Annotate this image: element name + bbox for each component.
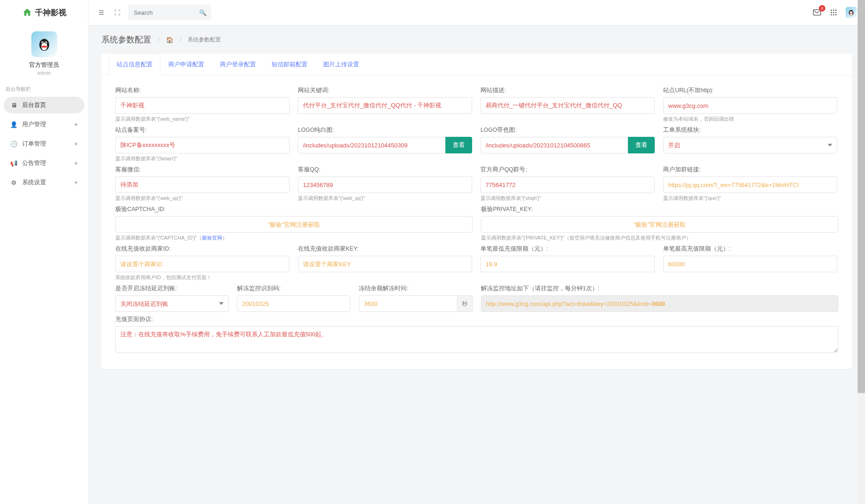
tab-site-info[interactable]: 站点信息配置 xyxy=(109,53,160,76)
nav-label: 后台首页 xyxy=(22,101,46,109)
view-logo-color-button[interactable]: 查看 xyxy=(628,137,655,153)
input-max-recharge[interactable] xyxy=(663,256,837,272)
input-private-key[interactable] xyxy=(481,216,838,233)
nav-settings[interactable]: ⚙ 系统设置 + xyxy=(4,174,84,191)
svg-point-19 xyxy=(850,11,851,12)
menu-toggle-icon[interactable]: ☰ xyxy=(97,8,106,17)
label-recharge-agreement: 充值页面协议: xyxy=(115,316,838,323)
mail-badge: 0 xyxy=(819,5,825,12)
thaw-url-box: http://www.g3cg.com/api.php?act=thaw&key… xyxy=(481,295,838,312)
svg-point-20 xyxy=(852,11,853,12)
tab-image-upload[interactable]: 图片上传设置 xyxy=(315,53,367,76)
label-merchant-key: 在线充值收款商家KEY: xyxy=(298,245,472,253)
hint-beian: 显示调用数据库表"{'beian'}" xyxy=(115,155,290,162)
tab-merchant-apply[interactable]: 商户申请配置 xyxy=(160,53,212,76)
sidebar: 千神影视 官方管理员 admin 后台导航栏 🖥 后台首页 👤 用户管理 + 🕒… xyxy=(0,0,89,504)
house-icon xyxy=(22,7,32,18)
view-logo-white-button[interactable]: 查看 xyxy=(445,137,472,153)
label-logo-white: LOGO纯白图: xyxy=(298,126,472,134)
settings-card: 站点信息配置 商户申请配置 商户登录配置 短信邮箱配置 图片上传设置 网站名称:… xyxy=(101,53,852,369)
label-cs-wechat: 客服微信: xyxy=(115,166,290,174)
input-join-link[interactable] xyxy=(663,176,837,193)
svg-point-14 xyxy=(831,14,832,16)
input-merchant-key[interactable] xyxy=(298,256,472,272)
input-cs-qq[interactable] xyxy=(298,176,472,193)
input-captcha-id[interactable] xyxy=(115,216,473,233)
svg-point-11 xyxy=(831,12,832,13)
input-beian[interactable] xyxy=(115,137,290,153)
search-input[interactable] xyxy=(128,5,211,20)
select-ticket-module[interactable]: 开启 xyxy=(663,137,837,153)
input-site-desc[interactable] xyxy=(480,97,655,114)
user-icon: 👤 xyxy=(10,121,18,128)
input-cs-wechat[interactable] xyxy=(115,176,290,193)
search-wrap: 🔍 xyxy=(128,5,211,20)
label-site-keywords: 网站关键词: xyxy=(298,87,472,94)
nav-users[interactable]: 👤 用户管理 + xyxy=(4,116,84,133)
textarea-recharge-agreement[interactable] xyxy=(115,326,838,353)
label-min-recharge: 单笔最低充值限额（元）: xyxy=(480,245,655,253)
svg-point-10 xyxy=(835,10,837,11)
tab-sms-mail[interactable]: 短信邮箱配置 xyxy=(264,53,315,76)
fullscreen-icon[interactable]: ⛶ xyxy=(113,8,122,17)
label-thaw-url: 解冻监控地址如下（请挂监控，每分钟1次）: xyxy=(481,285,838,293)
input-site-keywords[interactable] xyxy=(298,97,472,114)
input-qq-group[interactable] xyxy=(480,176,655,193)
form-body: 网站名称: 显示调用数据库表"{'web_name'}" 网站关键词: 网站描述… xyxy=(101,76,852,369)
input-site-url[interactable] xyxy=(663,97,837,114)
label-cs-qq: 客服QQ: xyxy=(298,166,472,174)
input-site-name[interactable] xyxy=(115,97,290,114)
gear-icon: ⚙ xyxy=(10,179,18,186)
label-freeze-toggle: 是否开启冻结延迟到账: xyxy=(115,285,229,293)
hint-merchant-id: 系统收款所用商户ID，包括测试支付页面！ xyxy=(115,274,290,281)
tab-merchant-login[interactable]: 商户登录配置 xyxy=(212,53,264,76)
nav-label: 订单管理 xyxy=(22,140,46,148)
nav-orders[interactable]: 🕒 订单管理 + xyxy=(4,135,84,152)
expand-icon: + xyxy=(74,121,78,128)
apps-icon[interactable] xyxy=(829,8,838,17)
volume-icon: 📢 xyxy=(10,160,18,167)
input-min-recharge[interactable] xyxy=(480,256,655,272)
penguin-icon xyxy=(36,35,53,53)
input-thaw-time[interactable] xyxy=(359,295,457,312)
label-join-link: 商户加群链接: xyxy=(663,166,837,174)
home-icon[interactable]: 🏠 xyxy=(166,36,173,43)
unit-seconds: 秒 xyxy=(457,295,473,312)
page-title: 系统参数配置 xyxy=(101,34,151,45)
expand-icon: + xyxy=(74,159,78,167)
main: ☰ ⛶ 🔍 0 系统参数配置 / xyxy=(89,0,865,504)
hint-qq-group: 显示调用数据库表"{'shqh'}" xyxy=(480,195,655,202)
svg-point-8 xyxy=(831,10,832,11)
label-max-recharge: 单笔最高充值限额（元）: xyxy=(663,245,837,253)
label-site-name: 网站名称: xyxy=(115,87,290,94)
scrollbar[interactable] xyxy=(858,0,865,504)
input-logo-color[interactable] xyxy=(480,137,628,153)
geetest-link[interactable]: 极验官网 xyxy=(202,235,222,240)
nav-home[interactable]: 🖥 后台首页 xyxy=(4,97,84,113)
mail-button[interactable]: 0 xyxy=(812,8,822,17)
brand-logo[interactable]: 千神影视 xyxy=(0,0,88,25)
crumb-current: 系统参数配置 xyxy=(188,36,221,44)
scrollbar-thumb[interactable] xyxy=(858,0,865,393)
nav-label: 系统设置 xyxy=(22,178,46,187)
avatar[interactable] xyxy=(31,31,57,57)
monitor-icon: 🖥 xyxy=(10,102,18,109)
hint-private-key: 显示调用数据库表"{'PRIVATE_KEY'}"（留空用户将无法修改商户信息及… xyxy=(481,234,838,241)
select-freeze-toggle[interactable]: 关闭冻结延迟到账 xyxy=(115,295,229,312)
label-ticket-module: 工单系统模块: xyxy=(663,126,837,134)
label-private-key: 极验PRIVATE_KEY: xyxy=(481,205,838,213)
input-merchant-id[interactable] xyxy=(115,256,290,272)
label-merchant-id: 在线充值收款商家ID: xyxy=(115,245,290,253)
input-logo-white[interactable] xyxy=(298,137,445,153)
penguin-icon xyxy=(847,8,855,17)
input-thaw-code[interactable] xyxy=(237,295,350,312)
nav-label: 公告管理 xyxy=(22,159,46,167)
hint-site-url: 修改为本站域名，否则回调出错 xyxy=(663,116,837,123)
hint-cs-qq: 显示调用数据库表"{'web_qq'}" xyxy=(298,195,472,202)
nav-header: 后台导航栏 xyxy=(0,79,88,95)
search-icon[interactable]: 🔍 xyxy=(199,9,207,16)
expand-icon: + xyxy=(74,140,78,147)
label-site-desc: 网站描述: xyxy=(480,87,655,94)
nav-announce[interactable]: 📢 公告管理 + xyxy=(4,155,84,171)
user-avatar[interactable] xyxy=(846,7,857,18)
